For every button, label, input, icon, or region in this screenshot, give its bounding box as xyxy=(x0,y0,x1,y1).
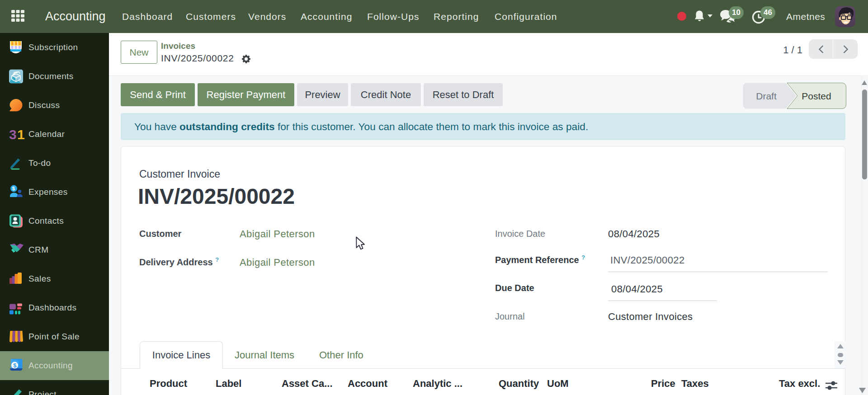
svg-text:$: $ xyxy=(13,362,17,369)
svg-text:Posted: Posted xyxy=(802,91,831,101)
svg-text:$: $ xyxy=(12,186,15,191)
svg-text:S: S xyxy=(11,42,14,46)
svg-text:1: 1 xyxy=(17,127,25,142)
svg-text:Draft: Draft xyxy=(756,91,777,101)
svg-text:S: S xyxy=(15,42,18,46)
svg-text:3: 3 xyxy=(9,127,17,142)
svg-text:S: S xyxy=(19,42,21,46)
